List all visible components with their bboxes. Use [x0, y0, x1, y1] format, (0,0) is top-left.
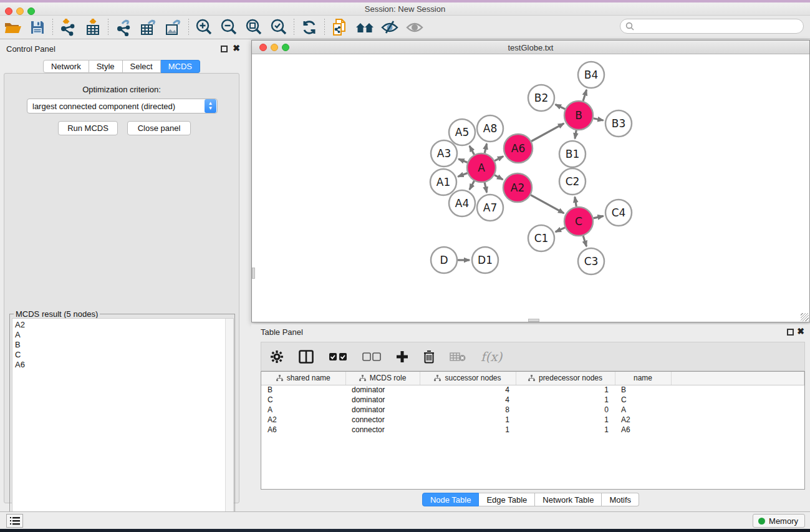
table-cell[interactable]: dominator	[345, 385, 420, 395]
graph-edge-A-A6[interactable]	[494, 157, 503, 161]
delete-column-button[interactable]	[423, 350, 435, 364]
clone-network-button[interactable]	[327, 17, 352, 37]
hide-graphics-details-button[interactable]	[377, 17, 402, 37]
table-cell[interactable]: B	[615, 385, 671, 395]
table-row[interactable]: Cdominator41C	[261, 395, 804, 405]
graph-edge-C-C3[interactable]	[583, 236, 586, 246]
export-network-button[interactable]	[111, 17, 136, 37]
graph-edge-A-A4[interactable]	[470, 181, 475, 190]
zoom-in-button[interactable]	[191, 17, 216, 37]
zoom-selected-button[interactable]	[266, 17, 291, 37]
table-cell[interactable]: A6	[615, 425, 671, 435]
table-cell[interactable]: dominator	[345, 405, 420, 415]
table-cell[interactable]: 4	[420, 385, 516, 395]
list-item[interactable]: A	[15, 330, 231, 340]
table-cell[interactable]: 1	[516, 385, 615, 395]
open-session-button[interactable]	[0, 17, 25, 37]
graph-edge-B-B3[interactable]	[594, 118, 604, 120]
show-columns-button[interactable]	[299, 350, 314, 364]
graph-edge-C-C4[interactable]	[593, 216, 603, 218]
function-builder-button[interactable]: f(x)	[481, 349, 502, 364]
column-header-predecessor-nodes[interactable]: predecessor nodes	[516, 372, 615, 385]
tab-mcds[interactable]: MCDS	[161, 60, 200, 73]
tab-select[interactable]: Select	[123, 60, 161, 73]
tool-grip[interactable]	[528, 319, 539, 322]
zoom-out-button[interactable]	[216, 17, 241, 37]
close-panel-icon[interactable]: ✖	[233, 45, 240, 52]
list-item[interactable]: A6	[15, 360, 231, 370]
table-row[interactable]: A2connector11A2	[261, 415, 804, 425]
add-column-button[interactable]	[396, 351, 408, 363]
show-graphics-details-button[interactable]	[402, 17, 427, 37]
task-history-button[interactable]	[6, 514, 23, 528]
table-cell[interactable]: C	[261, 395, 345, 405]
search-box[interactable]	[620, 19, 804, 34]
table-cell[interactable]: C	[615, 395, 671, 405]
table-cell[interactable]: connector	[345, 425, 420, 435]
list-item[interactable]: B	[15, 340, 231, 350]
table-cell[interactable]: 4	[420, 395, 516, 405]
graph-edge-A2-C[interactable]	[531, 195, 564, 213]
graph-edge-A-A2[interactable]	[494, 175, 503, 180]
optimization-criterion-select[interactable]: largest connected component (directed) ▲…	[27, 99, 218, 114]
graph-edge-A-A5[interactable]	[470, 146, 475, 155]
table-cell[interactable]: 0	[516, 405, 615, 415]
export-table-button[interactable]	[136, 17, 161, 37]
table-cell[interactable]: 1	[516, 425, 615, 435]
import-table-button[interactable]	[80, 17, 105, 37]
tab-network-table[interactable]: Network Table	[535, 493, 602, 506]
export-image-button[interactable]	[161, 17, 186, 37]
cybrowser-home-button[interactable]	[352, 17, 377, 37]
column-header-shared-name[interactable]: shared name	[261, 372, 345, 385]
graph-edge-A-A1[interactable]	[458, 173, 467, 177]
tab-edge-table[interactable]: Edge Table	[479, 493, 535, 506]
table-row[interactable]: Adominator80A	[261, 405, 804, 415]
table-cell[interactable]: 1	[516, 395, 615, 405]
resize-grip[interactable]	[801, 313, 809, 321]
refresh-button[interactable]	[297, 17, 322, 37]
table-row[interactable]: Bdominator41B	[261, 385, 804, 395]
memory-button[interactable]: Memory	[753, 514, 805, 528]
table-cell[interactable]: A	[615, 405, 671, 415]
column-header-successor-nodes[interactable]: successor nodes	[420, 372, 516, 385]
float-panel-icon[interactable]	[787, 329, 794, 336]
table-row[interactable]: A6connector11A6	[261, 425, 804, 435]
graph-edge-A-A7[interactable]	[485, 182, 487, 192]
graph-edge-A-A8[interactable]	[485, 143, 486, 153]
import-network-button[interactable]	[55, 17, 80, 37]
table-cell[interactable]: A	[261, 405, 345, 415]
table-cell[interactable]: connector	[345, 415, 420, 425]
mcds-result-list[interactable]: A2 A B C A6	[12, 318, 234, 523]
tab-node-table[interactable]: Node Table	[422, 493, 480, 506]
table-cell[interactable]: 1	[420, 415, 516, 425]
column-header-mcds-role[interactable]: MCDS role	[345, 372, 420, 385]
float-panel-icon[interactable]	[221, 46, 228, 52]
table-cell[interactable]: B	[261, 385, 345, 395]
deselect-all-button[interactable]	[362, 352, 381, 361]
table-cell[interactable]: A2	[615, 415, 671, 425]
graph-edge-C-C1[interactable]	[556, 228, 565, 232]
tab-motifs[interactable]: Motifs	[602, 493, 639, 506]
table-cell[interactable]: A6	[261, 425, 345, 435]
network-window-titlebar[interactable]: testGlobe.txt	[252, 41, 809, 54]
table-cell[interactable]: 1	[516, 415, 615, 425]
graph-edge-A-A3[interactable]	[458, 159, 467, 162]
close-panel-icon[interactable]: ✖	[797, 328, 804, 335]
list-item[interactable]: A2	[15, 320, 231, 330]
settings-gear-button[interactable]	[270, 350, 284, 364]
tab-network[interactable]: Network	[43, 60, 89, 73]
close-panel-button[interactable]: Close panel	[127, 121, 191, 135]
search-input[interactable]	[634, 20, 803, 32]
birdseye-grip[interactable]	[252, 268, 255, 279]
select-all-button[interactable]	[329, 352, 347, 361]
table-cell[interactable]: dominator	[345, 395, 420, 405]
graph-edge-C-C2[interactable]	[575, 197, 576, 207]
scrollbar[interactable]	[225, 319, 233, 523]
delete-table-button[interactable]	[450, 352, 466, 362]
table-cell[interactable]: 1	[420, 425, 516, 435]
column-header-name[interactable]: name	[615, 372, 671, 385]
graph-edge-B-B4[interactable]	[583, 90, 587, 101]
graph-edge-B-B2[interactable]	[556, 105, 566, 109]
list-item[interactable]: C	[15, 350, 231, 360]
table-cell[interactable]: 8	[420, 405, 516, 415]
